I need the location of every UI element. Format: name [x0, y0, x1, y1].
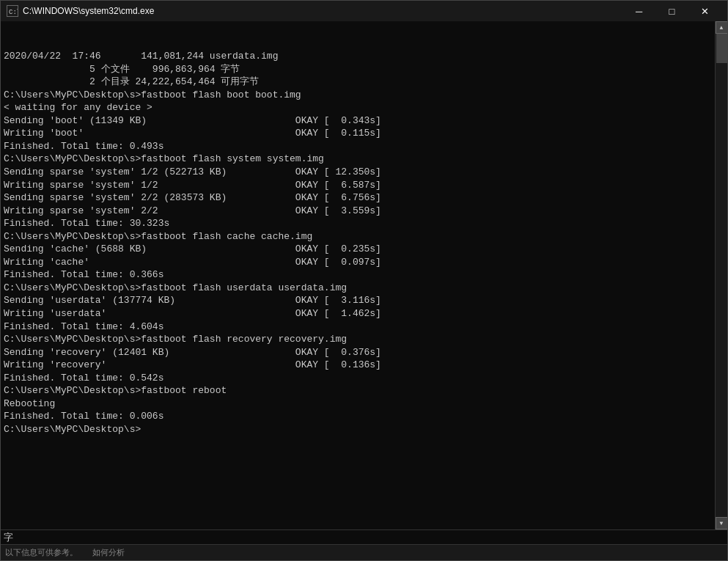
window-title: C:\WINDOWS\system32\cmd.exe: [23, 6, 154, 16]
bottom-char: 字: [4, 531, 13, 544]
terminal-line: C:\Users\MyPC\Desktop\s>fastboot flash u…: [4, 282, 712, 295]
terminal-line: Finished. Total time: 30.323s: [4, 217, 712, 230]
terminal-line: Sending 'userdata' (137774 KB) OKAY [ 3.…: [4, 294, 712, 307]
terminal-line: C:\Users\MyPC\Desktop\s>fastboot reboot: [4, 384, 712, 397]
title-bar: C:\ C:\WINDOWS\system32\cmd.exe ─ □ ✕: [1, 1, 727, 21]
minimize-button[interactable]: ─: [622, 1, 655, 21]
terminal-line: < waiting for any device >: [4, 101, 712, 114]
terminal-line: Sending 'cache' (5688 KB) OKAY [ 0.235s]: [4, 243, 712, 256]
terminal-line: Finished. Total time: 0.542s: [4, 372, 712, 385]
terminal-content[interactable]: 2020/04/22 17:46 141,081,244 userdata.im…: [1, 21, 715, 529]
status-bar: 以下信息可供参考。 如何分析: [1, 544, 727, 560]
scroll-thumb[interactable]: [716, 34, 727, 63]
terminal-line: Rebooting: [4, 397, 712, 411]
terminal-line: Finished. Total time: 0.006s: [4, 410, 712, 423]
terminal-line: Finished. Total time: 0.366s: [4, 268, 712, 282]
close-button[interactable]: ✕: [688, 1, 721, 21]
scroll-down-button[interactable]: ▼: [716, 517, 728, 529]
terminal-line: 5 个文件 996,863,964 字节: [4, 63, 712, 76]
terminal-line: Finished. Total time: 0.493s: [4, 140, 712, 153]
terminal-line: Sending sparse 'system' 1/2 (522713 KB) …: [4, 166, 712, 179]
status-text-2: 如何分析: [92, 547, 125, 558]
terminal-line: Sending 'recovery' (12401 KB) OKAY [ 0.3…: [4, 346, 712, 359]
maximize-button[interactable]: □: [655, 1, 688, 21]
status-text-1: 以下信息可供参考。: [5, 547, 78, 558]
scroll-track[interactable]: [716, 34, 728, 517]
cmd-icon: C:\: [7, 5, 18, 17]
terminal-line: C:\Users\MyPC\Desktop\s>fastboot flash c…: [4, 230, 712, 243]
terminal-line: Finished. Total time: 4.604s: [4, 320, 712, 334]
terminal-line: Sending sparse 'system' 2/2 (283573 KB) …: [4, 191, 712, 205]
terminal-line: C:\Users\MyPC\Desktop\s>: [4, 423, 712, 436]
terminal-line: C:\Users\MyPC\Desktop\s>fastboot flash b…: [4, 89, 712, 102]
terminal-line: C:\Users\MyPC\Desktop\s>fastboot flash r…: [4, 333, 712, 346]
terminal-line: C:\Users\MyPC\Desktop\s>fastboot flash s…: [4, 153, 712, 166]
terminal-line: Writing 'userdata' OKAY [ 1.462s]: [4, 307, 712, 320]
window-controls: ─ □ ✕: [622, 1, 721, 21]
terminal-line: 2020/04/22 17:46 141,081,244 userdata.im…: [4, 50, 712, 63]
scrollbar[interactable]: ▲ ▼: [715, 21, 727, 529]
terminal-body: 2020/04/22 17:46 141,081,244 userdata.im…: [1, 21, 727, 529]
terminal-line: 2 个目录 24,222,654,464 可用字节: [4, 76, 712, 89]
scroll-up-button[interactable]: ▲: [716, 21, 728, 34]
terminal-line: Writing 'boot' OKAY [ 0.115s]: [4, 127, 712, 140]
cmd-window: C:\ C:\WINDOWS\system32\cmd.exe ─ □ ✕ 20…: [0, 0, 728, 561]
terminal-line: Writing 'recovery' OKAY [ 0.136s]: [4, 359, 712, 372]
bottom-bar: 字: [1, 529, 727, 544]
svg-text:C:\: C:\: [9, 9, 18, 16]
terminal-line: Writing sparse 'system' 1/2 OKAY [ 6.587…: [4, 179, 712, 192]
title-bar-left: C:\ C:\WINDOWS\system32\cmd.exe: [7, 5, 154, 17]
terminal-line: Writing sparse 'system' 2/2 OKAY [ 3.559…: [4, 205, 712, 218]
terminal-line: Sending 'boot' (11349 KB) OKAY [ 0.343s]: [4, 114, 712, 128]
terminal-line: Writing 'cache' OKAY [ 0.097s]: [4, 256, 712, 269]
